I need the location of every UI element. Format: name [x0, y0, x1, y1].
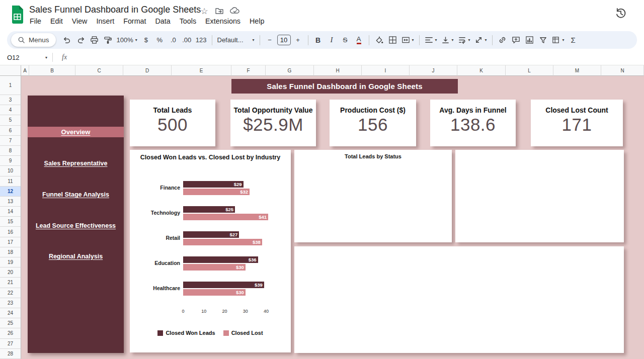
row-header-24[interactable]: 24: [0, 308, 21, 318]
column-header-e[interactable]: E: [172, 65, 231, 76]
row-header-7[interactable]: 7: [0, 136, 21, 146]
column-header-h[interactable]: H: [314, 65, 362, 76]
column-header-a[interactable]: A: [21, 65, 29, 76]
row-header-11[interactable]: 11: [0, 176, 21, 187]
nav-overview[interactable]: Overview: [28, 127, 124, 137]
italic-button[interactable]: I: [326, 34, 338, 47]
increase-decimal-button[interactable]: .00: [181, 34, 193, 47]
menu-edit[interactable]: Edit: [46, 16, 67, 27]
decrease-decimal-button[interactable]: .0: [167, 34, 180, 47]
column-header-j[interactable]: J: [410, 65, 457, 76]
nav-sales-representative[interactable]: Sales Representative: [28, 160, 124, 167]
menu-tools[interactable]: Tools: [175, 16, 201, 27]
select-all-corner[interactable]: [0, 65, 21, 76]
row-header-6[interactable]: 6: [0, 126, 21, 136]
row-header-19[interactable]: 19: [0, 257, 21, 267]
insert-comment-button[interactable]: [510, 34, 522, 47]
row-header-15[interactable]: 15: [0, 217, 21, 227]
chart-company-panel[interactable]: [455, 150, 624, 242]
font-size-input[interactable]: 10: [277, 35, 291, 45]
insert-link-button[interactable]: [496, 34, 509, 47]
redo-button[interactable]: [74, 34, 87, 47]
chart-status-panel[interactable]: Total Leads by Status: [294, 150, 452, 242]
row-header-10[interactable]: 10: [0, 166, 21, 176]
row-header-18[interactable]: 18: [0, 247, 21, 257]
merge-cells-button[interactable]: ▾: [400, 34, 416, 47]
row-header-3[interactable]: 3: [0, 95, 21, 105]
chart-industry-panel[interactable]: Closed Won Leads vs. Closed Lost by Indu…: [130, 150, 291, 352]
horizontal-align-button[interactable]: ▾: [423, 34, 439, 47]
paint-format-button[interactable]: [102, 34, 114, 47]
row-header-4[interactable]: 4: [0, 105, 21, 115]
kpi-card-total-opportunity-value[interactable]: Total Opportunity Value$25.9M: [230, 100, 316, 146]
column-header-c[interactable]: C: [75, 65, 123, 76]
sheets-logo-icon[interactable]: [11, 6, 24, 24]
print-button[interactable]: [88, 34, 101, 47]
chart-month-panel[interactable]: [294, 246, 624, 353]
name-box[interactable]: O12 ▾: [0, 54, 52, 61]
column-header-i[interactable]: I: [362, 65, 410, 76]
menu-file[interactable]: File: [25, 16, 46, 27]
column-header-n[interactable]: N: [601, 65, 644, 76]
column-header-k[interactable]: K: [457, 65, 506, 76]
menu-insert[interactable]: Insert: [92, 16, 119, 27]
kpi-card-production-cost[interactable]: Production Cost ($)156: [330, 100, 416, 146]
row-header-23[interactable]: 23: [0, 298, 21, 308]
nav-lead-source-effectiveness[interactable]: Lead Source Effectiveness: [28, 222, 124, 229]
menu-help[interactable]: Help: [245, 16, 269, 27]
menu-data[interactable]: Data: [150, 16, 175, 27]
zoom-control[interactable]: 100%▾: [115, 34, 139, 47]
row-header-16[interactable]: 16: [0, 227, 21, 237]
row-header-26[interactable]: 26: [0, 328, 21, 338]
format-percent-button[interactable]: %: [153, 34, 166, 47]
row-header-17[interactable]: 17: [0, 237, 21, 247]
row-header-20[interactable]: 20: [0, 267, 21, 278]
row-header-9[interactable]: 9: [0, 156, 21, 166]
row-header-8[interactable]: 8: [0, 146, 21, 156]
number-format-button[interactable]: 123: [194, 34, 208, 47]
text-rotation-button[interactable]: ▾: [473, 34, 489, 47]
row-header-13[interactable]: 13: [0, 197, 21, 207]
kpi-card-closed-lost-count[interactable]: Closed Lost Count171: [531, 100, 623, 146]
menu-view[interactable]: View: [67, 16, 92, 27]
format-currency-button[interactable]: $: [140, 34, 152, 47]
row-header-1[interactable]: 1: [0, 76, 21, 95]
table-views-button[interactable]: ▾: [550, 34, 566, 47]
row-header-28[interactable]: 28: [0, 349, 21, 359]
borders-button[interactable]: [386, 34, 399, 47]
nav-regional-analysis[interactable]: Regional Analysis: [28, 253, 124, 260]
font-family-select[interactable]: Default...▾: [216, 34, 256, 47]
bold-button[interactable]: B: [312, 34, 325, 47]
increase-font-size-button[interactable]: +: [292, 34, 304, 47]
column-header-g[interactable]: G: [266, 65, 314, 76]
version-history-icon[interactable]: [615, 7, 628, 20]
column-header-b[interactable]: B: [29, 65, 75, 76]
row-header-12[interactable]: 12: [0, 187, 21, 197]
kpi-card-total-leads[interactable]: Total Leads500: [130, 100, 215, 146]
vertical-align-button[interactable]: ▾: [440, 34, 455, 47]
row-header-22[interactable]: 22: [0, 288, 21, 298]
document-title[interactable]: Sales Funnel Dashboard in Google Sheets: [29, 5, 201, 15]
row-header-21[interactable]: 21: [0, 278, 21, 288]
column-header-f[interactable]: F: [231, 65, 266, 76]
functions-button[interactable]: Σ: [567, 34, 580, 47]
move-folder-icon[interactable]: [214, 7, 224, 17]
decrease-font-size-button[interactable]: −: [264, 34, 276, 47]
column-header-m[interactable]: M: [553, 65, 601, 76]
column-header-l[interactable]: L: [506, 65, 553, 76]
text-color-button[interactable]: A: [353, 34, 365, 47]
row-header-14[interactable]: 14: [0, 207, 21, 217]
row-header-5[interactable]: 5: [0, 115, 21, 125]
undo-button[interactable]: [61, 34, 73, 47]
menus-button[interactable]: Menus: [11, 33, 56, 47]
column-header-d[interactable]: D: [123, 65, 172, 76]
row-header-25[interactable]: 25: [0, 318, 21, 328]
star-icon[interactable]: ☆: [199, 7, 209, 17]
kpi-card-avg-days-in-funnel[interactable]: Avg. Days in Funnel138.6: [430, 100, 516, 146]
menu-extensions[interactable]: Extensions: [201, 16, 245, 27]
strikethrough-button[interactable]: S: [339, 34, 352, 47]
row-header-27[interactable]: 27: [0, 339, 21, 349]
text-wrap-button[interactable]: ▾: [456, 34, 472, 47]
create-filter-button[interactable]: [537, 34, 549, 47]
nav-funnel-stage-analysis[interactable]: Funnel Stage Analysis: [28, 191, 124, 198]
